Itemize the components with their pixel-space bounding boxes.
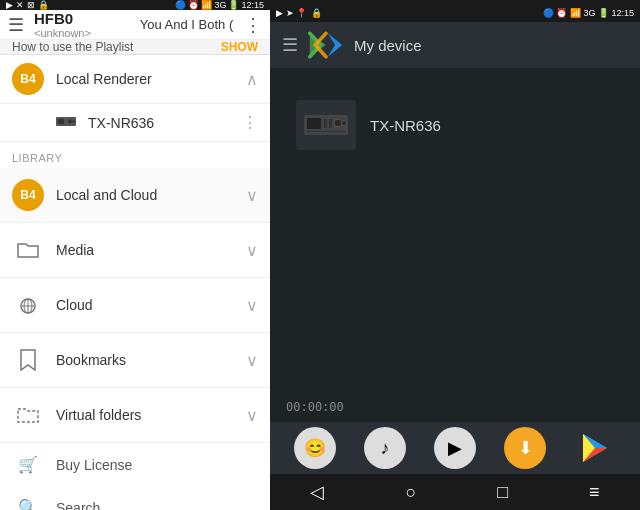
virtual-folders-label: Virtual folders bbox=[56, 407, 246, 423]
svg-rect-1 bbox=[58, 119, 64, 124]
device-more-button[interactable]: ⋮ bbox=[242, 113, 258, 132]
device-card-txnr636[interactable]: TX-NR636 bbox=[286, 88, 624, 162]
sim-icon: ⊠ bbox=[27, 0, 35, 10]
hamburger-button-right[interactable]: ☰ bbox=[282, 34, 298, 56]
download-icon: ⬇ bbox=[518, 437, 533, 459]
person-icon: 😊 bbox=[304, 437, 326, 459]
buy-license-label: Buy License bbox=[56, 457, 132, 473]
home-button-right[interactable]: ○ bbox=[405, 482, 416, 503]
bookmark-icon bbox=[12, 344, 44, 376]
more-button[interactable]: ⋮ bbox=[244, 14, 262, 36]
music-button[interactable]: ♪ bbox=[364, 427, 406, 469]
right-panel: ▶ ➤ 📍 🔒 🔵 ⏰ 📶 3G 🔋 12:15 ☰ My device bbox=[270, 0, 640, 510]
menu-button-right[interactable]: ≡ bbox=[589, 482, 600, 503]
virtual-folders-icon bbox=[12, 399, 44, 431]
lock-icon-right: 🔒 bbox=[311, 8, 322, 18]
recent-button-right[interactable]: □ bbox=[497, 482, 508, 503]
library-item-media[interactable]: Media ∨ bbox=[0, 223, 270, 278]
status-right-right-icons: 🔵 ⏰ 📶 3G 🔋 12:15 bbox=[543, 2, 634, 20]
local-renderer-item[interactable]: B4 Local Renderer ∧ bbox=[0, 55, 270, 104]
back-button-right[interactable]: ◁ bbox=[310, 481, 324, 503]
app-title-group: HFB0 <unknown> bbox=[34, 10, 129, 39]
buy-license-icon: 🛒 bbox=[12, 455, 44, 474]
local-cloud-chevron: ∨ bbox=[246, 186, 258, 205]
app-sub-name: <unknown> bbox=[34, 27, 129, 39]
library-section-header: LIBRARY bbox=[0, 142, 270, 168]
network-icon: 3G bbox=[214, 0, 226, 10]
device-card-name: TX-NR636 bbox=[370, 117, 441, 134]
show-playlist-button[interactable]: SHOW bbox=[221, 40, 258, 54]
time-right: 12:15 bbox=[611, 8, 634, 18]
play-icon: ▶ bbox=[6, 0, 13, 10]
play-icon-right: ▶ ➤ 📍 bbox=[276, 8, 307, 18]
time-display: 00:00:00 bbox=[270, 392, 640, 422]
search-label: Search bbox=[56, 500, 100, 511]
local-cloud-label: Local and Cloud bbox=[56, 187, 246, 203]
virtual-folders-chevron: ∨ bbox=[246, 406, 258, 425]
bluetooth-right: 🔵 ⏰ 📶 3G 🔋 bbox=[543, 8, 612, 18]
notification-icon: ✕ bbox=[16, 0, 24, 10]
battery-icon: 🔋 bbox=[228, 0, 239, 10]
lock-icon: 🔒 bbox=[38, 0, 49, 10]
svg-point-13 bbox=[342, 121, 347, 126]
device-thumbnail bbox=[296, 100, 356, 150]
receiver-svg bbox=[302, 107, 350, 143]
bookmarks-chevron: ∨ bbox=[246, 351, 258, 370]
svg-rect-14 bbox=[307, 131, 345, 132]
buy-license-item[interactable]: 🛒 Buy License bbox=[0, 443, 270, 486]
toolbar-left: ☰ HFB0 <unknown> You And I Both ( ⋮ bbox=[0, 10, 270, 40]
alarm-icon: ⏰ bbox=[188, 0, 199, 10]
time-left: 12:15 bbox=[241, 0, 264, 10]
hamburger-button[interactable]: ☰ bbox=[8, 14, 24, 36]
music-icon: ♪ bbox=[381, 438, 390, 459]
status-right-icons: 🔵 ⏰ 📶 3G 🔋 12:15 bbox=[175, 0, 264, 10]
download-button[interactable]: ⬇ bbox=[504, 427, 546, 469]
library-item-bookmarks[interactable]: Bookmarks ∨ bbox=[0, 333, 270, 388]
renderer-chevron: ∧ bbox=[246, 70, 258, 89]
cloud-label: Cloud bbox=[56, 297, 246, 313]
library-item-local-cloud[interactable]: B4 Local and Cloud ∨ bbox=[0, 168, 270, 223]
svg-point-3 bbox=[72, 120, 74, 122]
cloud-chevron: ∨ bbox=[246, 296, 258, 315]
status-bar-right: ▶ ➤ 📍 🔒 🔵 ⏰ 📶 3G 🔋 12:15 bbox=[270, 0, 640, 22]
svg-rect-10 bbox=[324, 119, 327, 128]
status-bar-left: ▶ ✕ ⊠ 🔒 🔵 ⏰ 📶 3G 🔋 12:15 bbox=[0, 0, 270, 10]
svg-point-12 bbox=[334, 119, 342, 127]
bluetooth-icon: 🔵 bbox=[175, 0, 186, 10]
svg-rect-9 bbox=[307, 118, 321, 129]
bookmarks-label: Bookmarks bbox=[56, 352, 246, 368]
media-label: Media bbox=[56, 242, 246, 258]
device-item-txnr636[interactable]: TX-NR636 ⋮ bbox=[0, 104, 270, 142]
renderer-icon: B4 bbox=[12, 63, 44, 95]
status-right-left-icons: ▶ ➤ 📍 🔒 bbox=[276, 2, 322, 20]
local-cloud-icon: B4 bbox=[12, 179, 44, 211]
toolbar-right: ☰ My device bbox=[270, 22, 640, 68]
playlist-bar: How to use the Playlist SHOW bbox=[0, 40, 270, 55]
play-store-button[interactable] bbox=[574, 427, 616, 469]
app-name: HFB0 bbox=[34, 10, 129, 27]
search-item[interactable]: 🔍 Search bbox=[0, 486, 270, 510]
video-button[interactable]: ▶ bbox=[434, 427, 476, 469]
device-icon bbox=[56, 112, 76, 133]
video-icon: ▶ bbox=[448, 437, 462, 459]
renderer-label: Local Renderer bbox=[56, 71, 246, 87]
cloud-icon bbox=[12, 289, 44, 321]
bottom-bar-right: 😊 ♪ ▶ ⬇ bbox=[270, 422, 640, 474]
search-icon: 🔍 bbox=[12, 498, 44, 510]
svg-rect-11 bbox=[329, 119, 332, 128]
track-title: You And I Both ( bbox=[139, 17, 234, 32]
media-icon bbox=[12, 234, 44, 266]
library-item-cloud[interactable]: Cloud ∨ bbox=[0, 278, 270, 333]
svg-point-2 bbox=[68, 120, 72, 124]
status-left-icons: ▶ ✕ ⊠ 🔒 bbox=[6, 0, 49, 10]
left-panel: ▶ ✕ ⊠ 🔒 🔵 ⏰ 📶 3G 🔋 12:15 ☰ HFB0 <unknown… bbox=[0, 0, 270, 510]
play-store-icon bbox=[579, 432, 611, 464]
playlist-hint: How to use the Playlist bbox=[12, 40, 133, 54]
wifi-icon: 📶 bbox=[201, 0, 212, 10]
media-chevron: ∨ bbox=[246, 241, 258, 260]
device-label: TX-NR636 bbox=[88, 115, 242, 131]
nav-bar-right: ◁ ○ □ ≡ bbox=[270, 474, 640, 510]
device-list-area: TX-NR636 bbox=[270, 68, 640, 392]
library-item-virtual-folders[interactable]: Virtual folders ∨ bbox=[0, 388, 270, 443]
person-button[interactable]: 😊 bbox=[294, 427, 336, 469]
